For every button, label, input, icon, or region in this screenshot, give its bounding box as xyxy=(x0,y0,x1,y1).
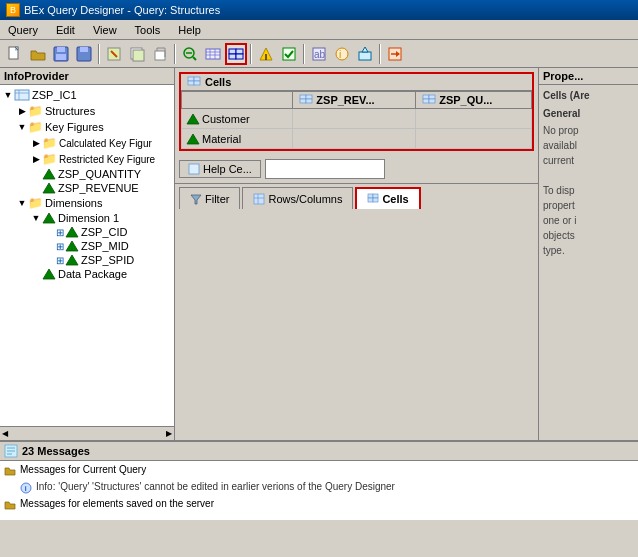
tree-node-zsp-cid[interactable]: ⊞ ZSP_CID xyxy=(2,225,172,239)
svg-rect-52 xyxy=(306,99,312,103)
row-label-material[interactable]: Material xyxy=(182,129,293,149)
row-icon-customer xyxy=(186,113,200,125)
cells-header-icon xyxy=(187,76,201,88)
folder-msg-icon2 xyxy=(4,499,16,511)
toolbar-btn15[interactable] xyxy=(384,43,406,65)
menu-tools[interactable]: Tools xyxy=(131,23,165,37)
expand-zsp-ic1[interactable]: ▼ xyxy=(2,90,14,100)
tree-node-calc-key[interactable]: ▶ 📁 Calculated Key Figur xyxy=(2,135,172,151)
toolbar-btn5[interactable] xyxy=(103,43,125,65)
tree-label-zsp-rev: ZSP_REVENUE xyxy=(58,182,139,194)
expand-restricted-key[interactable]: ▶ xyxy=(30,154,42,164)
toolbar-btn13[interactable]: i xyxy=(331,43,353,65)
message-item-2: Messages for elements saved on the serve… xyxy=(4,497,634,514)
tree-label-zsp-spid: ZSP_SPID xyxy=(81,254,134,266)
cells-table: ZSP_REV... ZSP_QU... xyxy=(181,91,532,149)
svg-line-12 xyxy=(193,57,196,60)
help-button[interactable]: Help Ce... xyxy=(179,160,261,178)
toolbar-btn10[interactable] xyxy=(255,43,277,65)
svg-rect-45 xyxy=(188,77,194,81)
left-panel: InfoProvider ▼ ZSP_IC1 ▶ 📁 Structures ▼ … xyxy=(0,68,175,440)
toolbar-btn14[interactable] xyxy=(354,43,376,65)
toolbar-btn7[interactable] xyxy=(149,43,171,65)
tree-area[interactable]: ▼ ZSP_IC1 ▶ 📁 Structures ▼ 📁 Key Figures… xyxy=(0,85,174,426)
tree-node-zsp-mid[interactable]: ⊞ ZSP_MID xyxy=(2,239,172,253)
cell-customer-qty[interactable] xyxy=(416,109,532,129)
menu-view[interactable]: View xyxy=(89,23,121,37)
svg-rect-35 xyxy=(15,90,29,100)
tree-node-restricted-key[interactable]: ▶ 📁 Restricted Key Figure xyxy=(2,151,172,167)
tree-node-zsp-spid[interactable]: ⊞ ZSP_SPID xyxy=(2,253,172,267)
tree-node-structures[interactable]: ▶ 📁 Structures xyxy=(2,103,172,119)
expand-dimensions[interactable]: ▼ xyxy=(16,198,28,208)
help-area: Help Ce... xyxy=(175,155,538,183)
toolbar-open-button[interactable] xyxy=(27,43,49,65)
tree-node-data-pkg[interactable]: Data Package xyxy=(2,267,172,281)
svg-rect-20 xyxy=(236,49,243,54)
svg-rect-22 xyxy=(236,54,243,59)
tree-scrollbar-h[interactable]: ◀ ▶ xyxy=(0,426,174,440)
toolbar-save-button[interactable] xyxy=(50,43,72,65)
toolbar-sep5 xyxy=(379,44,381,64)
tree-node-zsp-rev[interactable]: ZSP_REVENUE xyxy=(2,181,172,195)
svg-rect-30 xyxy=(359,52,371,60)
measure-icon-qty xyxy=(42,168,56,180)
scroll-left-arrow[interactable]: ◀ xyxy=(2,429,8,438)
tree-node-key-figures[interactable]: ▼ 📁 Key Figures xyxy=(2,119,172,135)
toolbar-sep4 xyxy=(303,44,305,64)
toolbar-btn6[interactable] xyxy=(126,43,148,65)
tree-node-dimensions[interactable]: ▼ 📁 Dimensions xyxy=(2,195,172,211)
row-label-customer[interactable]: Customer xyxy=(182,109,293,129)
toolbar-save2-button[interactable] xyxy=(73,43,95,65)
help-input[interactable] xyxy=(265,159,385,179)
svg-rect-56 xyxy=(429,99,435,103)
tree-label-calc-key: Calculated Key Figur xyxy=(59,138,152,149)
svg-marker-38 xyxy=(43,169,55,179)
tree-node-zsp-ic1[interactable]: ▼ ZSP_IC1 xyxy=(2,87,172,103)
col-header-qty[interactable]: ZSP_QU... xyxy=(416,92,532,109)
menu-query[interactable]: Query xyxy=(4,23,42,37)
properties-general-label: General xyxy=(543,107,634,121)
tree-label-key-figures: Key Figures xyxy=(45,121,104,133)
expand-key-figures[interactable]: ▼ xyxy=(16,122,28,132)
tree-label-dim1: Dimension 1 xyxy=(58,212,119,224)
svg-rect-50 xyxy=(306,95,312,99)
expand-structures[interactable]: ▶ xyxy=(16,106,28,116)
scroll-right-arrow[interactable]: ▶ xyxy=(166,429,172,438)
svg-rect-10 xyxy=(155,51,165,60)
properties-header: Prope... xyxy=(539,68,638,85)
svg-rect-46 xyxy=(194,77,200,81)
toolbar-new-button[interactable] xyxy=(4,43,26,65)
table-row-customer: Customer xyxy=(182,109,532,129)
table-row-material: Material xyxy=(182,129,532,149)
tree-node-zsp-qty[interactable]: ZSP_QUANTITY xyxy=(2,167,172,181)
cell-material-qty[interactable] xyxy=(416,129,532,149)
toolbar-btn12[interactable]: ab xyxy=(308,43,330,65)
char-icon-cid: ⊞ xyxy=(56,227,64,238)
col-icon-qty xyxy=(422,94,436,106)
expand-dim1[interactable]: ▼ xyxy=(30,213,42,223)
cell-customer-rev[interactable] xyxy=(293,109,416,129)
tree-label-zsp-cid: ZSP_CID xyxy=(81,226,127,238)
toolbar-cells-button[interactable] xyxy=(225,43,247,65)
messages-body[interactable]: Messages for Current Query i Info: 'Quer… xyxy=(0,461,638,520)
material-label: Material xyxy=(202,133,241,145)
toolbar-btn9[interactable] xyxy=(202,43,224,65)
tab-rows-columns[interactable]: Rows/Columns xyxy=(242,187,353,209)
expand-calc-key[interactable]: ▶ xyxy=(30,138,42,148)
message-text-1: Info: 'Query' 'Structures' cannot be edi… xyxy=(36,481,395,492)
tab-filter[interactable]: Filter xyxy=(179,187,240,209)
tree-node-dim1[interactable]: ▼ Dimension 1 xyxy=(2,211,172,225)
tab-cells[interactable]: Cells xyxy=(355,187,420,209)
menu-help[interactable]: Help xyxy=(174,23,205,37)
infoprovider-header: InfoProvider xyxy=(0,68,174,85)
svg-point-24 xyxy=(265,58,267,60)
tree-label-zsp-qty: ZSP_QUANTITY xyxy=(58,168,141,180)
toolbar-btn11[interactable] xyxy=(278,43,300,65)
cell-material-rev[interactable] xyxy=(293,129,416,149)
char-icon-mid: ⊞ xyxy=(56,241,64,252)
dim-icon-1 xyxy=(42,212,56,224)
col-header-rev[interactable]: ZSP_REV... xyxy=(293,92,416,109)
menu-edit[interactable]: Edit xyxy=(52,23,79,37)
toolbar-btn8[interactable] xyxy=(179,43,201,65)
